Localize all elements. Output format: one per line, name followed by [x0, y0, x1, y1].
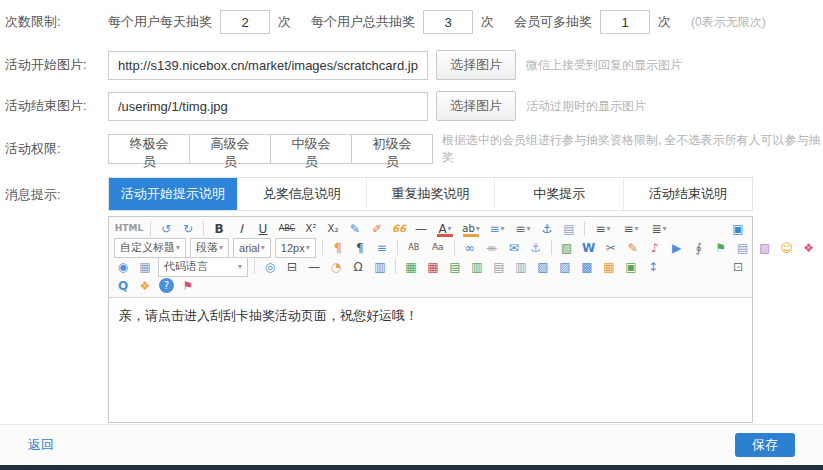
member-extra-draw-unit: 次	[658, 13, 671, 31]
line-height-icon[interactable]: ≣▾	[646, 220, 672, 238]
member-middle-button[interactable]: 中级会员	[270, 134, 352, 164]
paragraph-select[interactable]: 段落▾	[190, 238, 229, 258]
end-image-pick-button[interactable]: 选择图片	[436, 91, 516, 121]
daily-draw-input[interactable]	[220, 10, 270, 34]
end-image-hint: 活动过期时的显示图片	[526, 98, 646, 115]
start-image-pick-button[interactable]: 选择图片	[436, 50, 516, 80]
paragraph-spacing-icon[interactable]: ≡▾	[590, 220, 616, 238]
save-button[interactable]: 保存	[735, 433, 795, 457]
tab-start-message[interactable]: 活动开始提示说明	[109, 178, 238, 210]
undo-icon[interactable]: ↺	[156, 220, 176, 238]
member-ultimate-button[interactable]: 终极会员	[108, 134, 190, 164]
fullscreen-icon[interactable]: ▣	[728, 220, 748, 238]
permission-group: 终极会员高级会员中级会员初级会员	[108, 134, 432, 164]
horizontal-line-icon[interactable]: —	[304, 258, 324, 276]
strikethrough-icon[interactable]: ABC	[275, 220, 299, 238]
attachment-icon[interactable]: ∮	[689, 239, 709, 257]
total-draw-input[interactable]	[423, 10, 473, 34]
tab-redeem-info[interactable]: 兑奖信息说明	[238, 178, 367, 210]
editor-body[interactable]: 亲，请点击进入刮刮卡抽奖活动页面，祝您好运哦！	[109, 297, 752, 422]
emotion-icon[interactable]: ☺	[777, 239, 797, 257]
help-icon[interactable]: ?	[159, 278, 174, 293]
music-icon[interactable]: ♪	[645, 239, 665, 257]
insert-col-icon[interactable]: ▥	[467, 258, 487, 276]
permission-row: 活动权限: 终极会员高级会员中级会员初级会员 根据选中的会员组进行参与抽奖资格限…	[0, 132, 823, 166]
merge-right-icon[interactable]: ▨	[555, 258, 575, 276]
horizontal-rule-icon[interactable]: —	[411, 220, 431, 238]
end-image-row: 活动结束图片: 选择图片 活动过期时的显示图片	[0, 91, 823, 121]
redo-icon[interactable]: ↻	[178, 220, 198, 238]
dir-ltr-icon[interactable]: ¶	[328, 239, 348, 257]
source-icon[interactable]: HTML	[113, 220, 145, 238]
clock-icon[interactable]: ◔	[326, 258, 346, 276]
email-icon[interactable]: ✉	[504, 239, 524, 257]
unordered-list-icon[interactable]: ≡▾	[511, 220, 535, 238]
indent-icon[interactable]: ≡	[372, 239, 392, 257]
delete-row-icon[interactable]: ▤	[489, 258, 509, 276]
link-icon[interactable]: ∞	[460, 239, 480, 257]
merge-cells-icon[interactable]: ▧	[533, 258, 553, 276]
anchor-icon[interactable]: ⚓	[537, 220, 557, 238]
rich-text-editor: HTML↺↻BIUABCX²X₂✎✐66—A▾ab▾≡▾≡▾⚓▤≡▾≡▾≣▾▣自…	[108, 216, 753, 423]
underline-icon[interactable]: U	[253, 220, 273, 238]
text-align-icon[interactable]: ≡▾	[618, 220, 644, 238]
table-style-icon[interactable]: ▣	[621, 258, 641, 276]
special-chars-icon[interactable]: Ω	[348, 258, 368, 276]
tab-end-message[interactable]: 活动结束说明	[624, 178, 752, 210]
preview-icon[interactable]: ◉	[113, 258, 133, 276]
split-cells-icon[interactable]: ▦	[599, 258, 619, 276]
custom-title-select[interactable]: 自定义标题▾	[114, 238, 186, 258]
code-language-select[interactable]: 代码语言▾	[158, 257, 248, 277]
new-page-icon[interactable]: ▤	[559, 220, 579, 238]
highlight-color-icon[interactable]: ab▾	[459, 220, 483, 238]
bold-icon[interactable]: B	[209, 220, 229, 238]
superscript-icon[interactable]: X²	[301, 220, 321, 238]
italic-icon[interactable]: I	[231, 220, 251, 238]
tab-repeat-draw[interactable]: 重复抽奖说明	[367, 178, 496, 210]
start-image-input[interactable]	[108, 51, 428, 80]
font-family-select[interactable]: arial▾	[233, 238, 271, 258]
template-icon[interactable]: ▤	[733, 239, 753, 257]
insert-image-icon[interactable]: ▧	[557, 239, 577, 257]
merge-down-icon[interactable]: ▩	[577, 258, 597, 276]
subscript-icon[interactable]: X₂	[323, 220, 343, 238]
back-link[interactable]: 返回	[28, 436, 54, 454]
insert-table-icon[interactable]: ▦	[401, 258, 421, 276]
gift-icon[interactable]: ❖	[799, 239, 819, 257]
member-junior-button[interactable]: 初级会员	[351, 134, 433, 164]
background-icon[interactable]: ▨	[755, 239, 775, 257]
chart-icon[interactable]: ▥	[370, 258, 390, 276]
ordered-list-icon[interactable]: ≡▾	[485, 220, 509, 238]
word-spacing-icon[interactable]: AB	[403, 239, 425, 257]
snapshot-icon[interactable]: ◎	[260, 258, 280, 276]
font-size-select[interactable]: 12px▾	[275, 238, 316, 258]
end-image-input[interactable]	[108, 92, 428, 121]
anchor-link-icon[interactable]: ⚓	[526, 239, 546, 257]
word-image-icon[interactable]: W	[579, 239, 599, 257]
delete-table-icon[interactable]: ▦	[423, 258, 443, 276]
insert-row-icon[interactable]: ▤	[445, 258, 465, 276]
pagebreak-icon[interactable]: ⊟	[282, 258, 302, 276]
search-replace-icon[interactable]: Q	[113, 277, 133, 295]
delete-col-icon[interactable]: ▥	[511, 258, 531, 276]
map-icon[interactable]: ⚑	[711, 239, 731, 257]
member-extra-draw-input[interactable]	[600, 10, 650, 34]
font-color-icon[interactable]: A▾	[433, 220, 457, 238]
format-painter-icon[interactable]: ✎	[345, 220, 365, 238]
scrawl-icon[interactable]: ✎	[623, 239, 643, 257]
video-icon[interactable]: ▶	[667, 239, 687, 257]
dir-rtl-icon[interactable]: ¶	[350, 239, 370, 257]
blockquote-icon[interactable]: 66	[389, 220, 409, 238]
member-senior-button[interactable]: 高级会员	[189, 134, 271, 164]
tab-win-tip[interactable]: 中奖提示	[495, 178, 624, 210]
unlink-icon[interactable]: ∞	[482, 239, 502, 257]
sort-table-icon[interactable]: ↕	[643, 258, 663, 276]
print-icon[interactable]: ⊡	[728, 258, 748, 276]
letter-case-icon[interactable]: Aa	[427, 239, 449, 257]
flag-icon[interactable]: ⚑	[178, 277, 198, 295]
remove-format-icon[interactable]: ✐	[367, 220, 387, 238]
binoculars-icon[interactable]: ❖	[135, 277, 155, 295]
code-language-icon[interactable]: ▦	[135, 258, 155, 276]
daily-draw-unit: 次	[278, 13, 291, 31]
screenshot-icon[interactable]: ✂	[601, 239, 621, 257]
